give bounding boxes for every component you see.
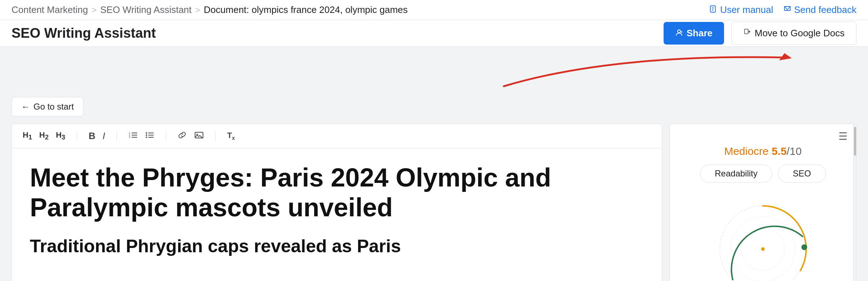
score-title: Mediocre 5.5/10 <box>670 142 856 165</box>
header-buttons: Share Move to Google Docs <box>664 22 856 45</box>
bold-button[interactable]: B <box>86 129 98 143</box>
share-button[interactable]: Share <box>664 22 724 45</box>
svg-rect-7 <box>745 29 748 34</box>
user-manual-link[interactable]: User manual <box>709 4 773 15</box>
score-label: Mediocre <box>724 145 772 157</box>
breadcrumb-sep-1: > <box>91 5 96 15</box>
editor-panel: H1 H2 H3 B I 123 <box>12 124 662 281</box>
score-menu-icon[interactable]: ☰ <box>838 130 847 142</box>
toolbar-separator-3 <box>166 131 166 141</box>
svg-point-4 <box>678 30 681 33</box>
arrow-annotation <box>0 47 868 90</box>
insert-toolbar-group <box>176 130 206 143</box>
breadcrumb-content-marketing[interactable]: Content Marketing <box>12 4 88 15</box>
send-feedback-label: Send feedback <box>794 4 856 15</box>
heading3-button[interactable]: H3 <box>54 129 67 143</box>
score-value: 5.5 <box>772 145 787 157</box>
toolbar-separator-2 <box>117 131 117 141</box>
svg-point-28 <box>801 244 807 250</box>
link-button[interactable] <box>176 130 189 143</box>
toolbar-separator-4 <box>215 131 216 141</box>
gauge-chart <box>670 190 856 281</box>
breadcrumb-seo-writing-assistant[interactable]: SEO Writing Assistant <box>100 4 191 15</box>
heading-toolbar-group: H1 H2 H3 <box>21 129 67 143</box>
score-scrollbar-thumb <box>854 127 856 156</box>
svg-point-21 <box>146 137 147 138</box>
breadcrumb-sep-2: > <box>195 5 200 15</box>
score-panel: ☰ Mediocre 5.5/10 Readability SEO <box>669 124 856 281</box>
unordered-list-button[interactable] <box>143 130 157 143</box>
heading1-button[interactable]: H1 <box>21 129 34 143</box>
move-to-google-docs-button[interactable]: Move to Google Docs <box>731 22 856 45</box>
feedback-icon <box>783 5 791 15</box>
google-docs-icon <box>743 28 751 39</box>
ordered-list-button[interactable]: 123 <box>126 130 140 143</box>
svg-text:3: 3 <box>129 136 130 138</box>
format-toolbar-group: B I <box>86 129 107 143</box>
clear-format-button[interactable]: Tx <box>225 129 237 142</box>
book-icon <box>709 5 717 15</box>
italic-button[interactable]: I <box>100 129 107 143</box>
toolbar-separator-1 <box>77 131 77 141</box>
send-feedback-link[interactable]: Send feedback <box>783 4 856 15</box>
go-start-arrow-icon: ← <box>21 102 30 112</box>
heading2-button[interactable]: H2 <box>37 129 51 143</box>
score-panel-header: ☰ <box>670 124 856 142</box>
toolbar-row: ← Go to start <box>0 90 868 116</box>
go-to-start-label: Go to start <box>33 102 74 112</box>
score-max: /10 <box>787 145 802 157</box>
editor-subheading: Traditional Phrygian caps revealed as Pa… <box>30 235 644 257</box>
tab-seo[interactable]: SEO <box>778 165 826 183</box>
tab-readability[interactable]: Readability <box>700 165 772 183</box>
score-tabs: Readability SEO <box>670 165 856 190</box>
editor-toolbar: H1 H2 H3 B I 123 <box>12 124 662 148</box>
svg-point-19 <box>146 132 147 134</box>
nav-actions: User manual Send feedback <box>709 4 856 15</box>
go-to-start-button[interactable]: ← Go to start <box>12 97 83 116</box>
breadcrumb: Content Marketing > SEO Writing Assistan… <box>12 4 408 15</box>
list-toolbar-group: 123 <box>126 130 157 143</box>
content-area: H1 H2 H3 B I 123 <box>0 116 868 281</box>
svg-point-24 <box>720 206 806 281</box>
svg-marker-9 <box>779 53 792 60</box>
user-manual-label: User manual <box>720 4 773 15</box>
svg-point-29 <box>761 247 765 251</box>
score-scrollbar[interactable] <box>853 124 856 281</box>
svg-point-20 <box>146 134 147 136</box>
editor-heading: Meet the Phryges: Paris 2024 Olympic and… <box>30 163 644 222</box>
image-button[interactable] <box>192 130 206 143</box>
top-navigation: Content Marketing > SEO Writing Assistan… <box>0 0 868 20</box>
header-bar: SEO Writing Assistant Share M <box>0 20 868 47</box>
breadcrumb-document: Document: olympics france 2024, olympic … <box>204 4 407 15</box>
share-button-label: Share <box>687 28 713 39</box>
google-docs-button-label: Move to Google Docs <box>755 28 845 39</box>
app-title: SEO Writing Assistant <box>12 26 156 41</box>
share-icon <box>675 28 683 39</box>
editor-content[interactable]: Meet the Phryges: Paris 2024 Olympic and… <box>12 148 662 271</box>
